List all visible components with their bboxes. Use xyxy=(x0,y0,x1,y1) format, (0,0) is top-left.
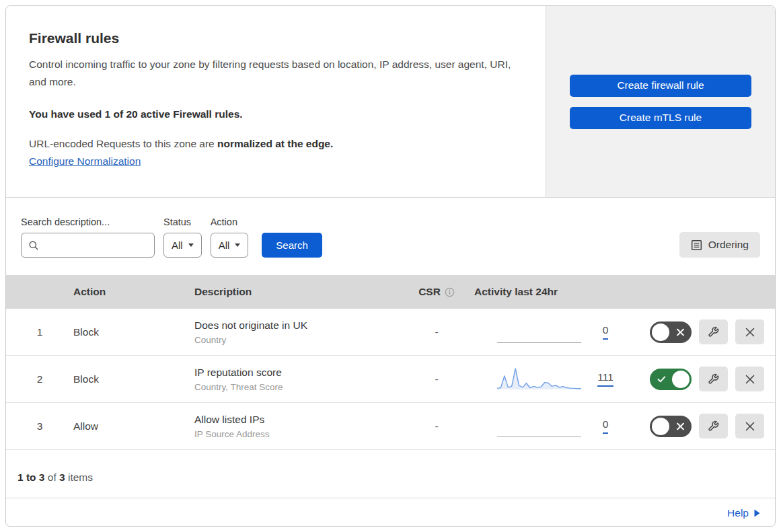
toggle-knob xyxy=(652,418,669,435)
wrench-icon xyxy=(708,420,719,432)
table-row: 2 Block IP reputation score Country, Thr… xyxy=(6,356,775,403)
close-icon xyxy=(745,422,755,431)
status-filter-group: Status All xyxy=(163,217,202,258)
rule-activity-cell: 111 xyxy=(470,367,628,391)
rule-enabled-toggle[interactable] xyxy=(650,416,692,437)
rule-action: Block xyxy=(73,373,194,385)
of-text: of xyxy=(44,471,59,483)
delete-rule-button[interactable] xyxy=(735,414,764,439)
create-firewall-rule-button[interactable]: Create firewall rule xyxy=(570,75,751,97)
wrench-icon xyxy=(708,373,719,385)
ordering-list-icon xyxy=(691,239,702,251)
rule-activity-cell: 0 xyxy=(470,414,628,439)
rule-match-fields: IP Source Address xyxy=(194,429,403,439)
chevron-down-icon xyxy=(235,243,240,247)
info-icon[interactable] xyxy=(445,287,455,297)
delete-rule-button[interactable] xyxy=(735,319,764,344)
arrow-right-icon xyxy=(754,509,760,517)
rule-description-cell: Allow listed IPs IP Source Address xyxy=(194,414,403,439)
col-csr: CSR xyxy=(418,286,455,298)
items-text: items xyxy=(65,471,93,483)
col-action: Action xyxy=(73,286,194,298)
rule-priority: 2 xyxy=(6,373,73,385)
help-link[interactable]: Help xyxy=(727,507,760,519)
action-label: Action xyxy=(211,217,249,227)
rule-csr: - xyxy=(403,373,470,385)
search-box xyxy=(21,233,155,258)
search-button[interactable]: Search xyxy=(262,233,322,258)
range-text: 1 to 3 xyxy=(17,471,44,483)
toggle-x-icon xyxy=(677,422,684,430)
page-description: Control incoming traffic to your zone by… xyxy=(29,56,523,91)
usage-notice: You have used 1 of 20 active Firewall ru… xyxy=(29,108,523,120)
action-value: All xyxy=(219,239,230,251)
configure-rule-button[interactable] xyxy=(699,414,728,439)
rule-controls xyxy=(628,367,775,391)
rule-priority: 1 xyxy=(6,326,73,338)
status-value: All xyxy=(172,239,183,251)
table-header: Action Description CSR Activity last 24h… xyxy=(6,275,775,309)
wrench-icon xyxy=(708,326,719,338)
header-section: Firewall rules Control incoming traffic … xyxy=(6,6,775,198)
search-input[interactable] xyxy=(44,239,147,251)
activity-count-link[interactable]: 0 xyxy=(595,418,616,434)
delete-rule-button[interactable] xyxy=(735,367,764,391)
search-icon xyxy=(28,240,39,251)
filter-bar: Search description... Status All Action … xyxy=(6,198,775,275)
activity-count-link[interactable]: 0 xyxy=(595,324,616,340)
configure-rule-button[interactable] xyxy=(699,367,728,391)
close-icon xyxy=(745,375,755,384)
actions-panel: Create firewall rule Create mTLS rule xyxy=(546,6,775,197)
rule-activity-cell: 0 xyxy=(470,320,628,344)
rule-description: Does not originate in UK xyxy=(194,319,403,332)
pagination-summary: 1 to 3 of 3 items xyxy=(6,450,775,498)
rule-enabled-toggle[interactable] xyxy=(650,321,692,343)
rule-controls xyxy=(628,414,775,439)
rule-controls xyxy=(628,319,775,344)
toggle-knob xyxy=(672,371,690,388)
configure-normalization-link[interactable]: Configure Normalization xyxy=(29,155,141,167)
status-select[interactable]: All xyxy=(163,233,202,258)
activity-sparkline xyxy=(497,367,581,391)
ordering-label: Ordering xyxy=(708,239,749,251)
help-label: Help xyxy=(727,507,749,519)
firewall-rules-card: Firewall rules Control incoming traffic … xyxy=(5,5,776,527)
normalization-text: URL-encoded Requests to this zone are xyxy=(29,138,217,149)
activity-sparkline-empty xyxy=(497,320,581,344)
rule-match-fields: Country xyxy=(194,335,403,345)
rule-description-cell: Does not originate in UK Country xyxy=(194,319,403,345)
toggle-check-icon xyxy=(657,375,666,383)
configure-rule-button[interactable] xyxy=(699,319,728,344)
activity-sparkline-empty xyxy=(497,414,581,439)
toggle-knob xyxy=(652,324,669,341)
rule-match-fields: Country, Threat Score xyxy=(194,382,403,392)
rule-description-cell: IP reputation score Country, Threat Scor… xyxy=(194,367,403,392)
action-select[interactable]: All xyxy=(211,233,249,258)
table-row: 1 Block Does not originate in UK Country… xyxy=(6,309,775,356)
rule-enabled-toggle[interactable] xyxy=(650,369,692,390)
chevron-down-icon xyxy=(188,243,194,247)
col-activity: Activity last 24hr xyxy=(470,286,628,298)
col-description: Description xyxy=(194,286,403,298)
rule-description: IP reputation score xyxy=(194,367,403,379)
normalization-bold: normalized at the edge. xyxy=(217,138,333,149)
csr-header-label: CSR xyxy=(418,286,441,298)
page-title: Firewall rules xyxy=(29,30,523,46)
rule-csr: - xyxy=(403,420,470,432)
rule-priority: 3 xyxy=(6,420,73,432)
rule-action: Allow xyxy=(73,420,194,432)
rule-csr: - xyxy=(403,326,470,338)
create-mtls-rule-button[interactable]: Create mTLS rule xyxy=(570,107,751,129)
search-label: Search description... xyxy=(21,217,155,227)
action-filter-group: Action All xyxy=(211,217,249,258)
ordering-button[interactable]: Ordering xyxy=(679,232,760,258)
help-bar: Help xyxy=(6,498,775,527)
total-text: 3 xyxy=(59,471,65,483)
activity-count-link[interactable]: 111 xyxy=(595,371,616,387)
rule-action: Block xyxy=(73,326,194,338)
status-label: Status xyxy=(163,217,202,227)
normalization-notice: URL-encoded Requests to this zone are no… xyxy=(29,138,523,150)
close-icon xyxy=(745,328,755,337)
rule-description: Allow listed IPs xyxy=(194,414,403,426)
toggle-x-icon xyxy=(677,328,684,336)
